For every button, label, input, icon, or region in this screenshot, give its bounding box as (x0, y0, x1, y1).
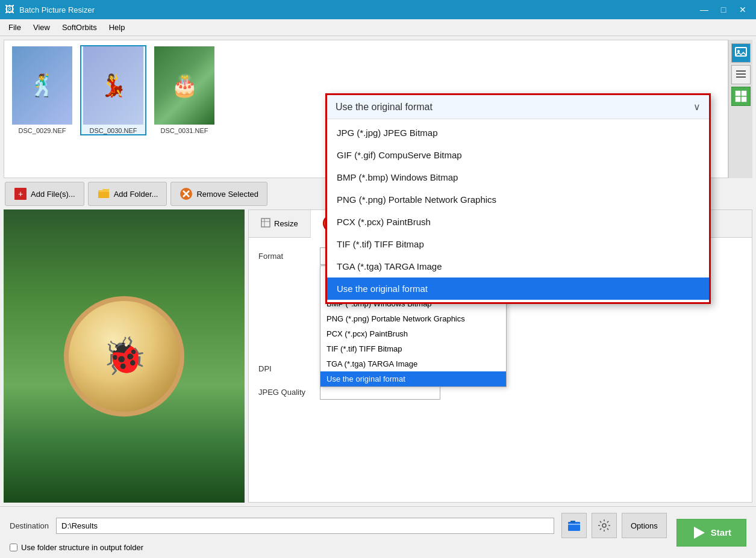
svg-marker-20 (694, 527, 705, 539)
big-option-jpg[interactable]: JPG (*.jpg) JPEG Bitmap (327, 122, 709, 144)
options-button[interactable]: Options (622, 513, 667, 538)
svg-rect-5 (736, 91, 740, 96)
settings-button[interactable] (592, 513, 617, 538)
footer: Destination (0, 506, 756, 558)
svg-rect-18 (570, 521, 575, 523)
add-folder-label: Add Folder... (114, 190, 158, 199)
svg-rect-4 (736, 76, 746, 78)
start-label: Start (711, 527, 731, 538)
big-option-tif[interactable]: TIF (*.tif) TIFF Bitmap (327, 233, 709, 255)
titlebar: 🖼 Batch Picture Resizer — □ ✕ (0, 0, 756, 19)
svg-rect-2 (736, 70, 746, 72)
close-button[interactable]: ✕ (734, 3, 751, 16)
titlebar-left: 🖼 Batch Picture Resizer (5, 4, 95, 15)
menu-view[interactable]: View (27, 20, 56, 34)
folder-structure-checkbox[interactable] (10, 544, 17, 551)
format-option-tif[interactable]: TIF (*.tif) TIFF Bitmap (320, 341, 506, 356)
remove-selected-label: Remove Selected (196, 190, 258, 199)
app-title: Batch Picture Resizer (19, 5, 95, 14)
image-thumb-1[interactable]: 🕺 DSC_0029.NEF (9, 45, 75, 135)
right-sidebar (728, 40, 752, 178)
menu-softorbits[interactable]: SoftOrbits (56, 20, 103, 34)
footer-left: Destination (10, 513, 667, 552)
cake-circle: 🐞 (64, 296, 184, 417)
footer-right: Options (561, 513, 667, 538)
thumb-label-3: DSC_0031.NEF (161, 127, 208, 134)
add-folder-button[interactable]: Add Folder... (88, 182, 167, 206)
tab-resize-label: Resize (274, 219, 298, 228)
big-option-png[interactable]: PNG (*.png) Portable Network Graphics (327, 188, 709, 211)
minimize-button[interactable]: — (696, 3, 713, 16)
menu-help[interactable]: Help (103, 20, 131, 34)
svg-point-19 (602, 524, 606, 527)
big-dropdown-list: JPG (*.jpg) JPEG Bitmap GIF (*.gif) Comp… (327, 119, 709, 302)
image-thumb-3[interactable]: 🎂 DSC_0031.NEF (151, 45, 217, 135)
app-body: 🕺 DSC_0029.NEF 💃 DSC_0030.NEF 🎂 DSC_0031… (0, 36, 756, 558)
svg-rect-7 (736, 97, 740, 102)
svg-rect-8 (742, 97, 746, 102)
tab-resize[interactable]: Resize (249, 210, 311, 237)
ladybug-icon: 🐞 (102, 335, 147, 377)
thumb-label-2: DSC_0030.NEF (90, 127, 137, 134)
thumb-img-3: 🎂 (154, 46, 214, 125)
folder-structure-label: Use folder structure in output folder (21, 543, 143, 552)
dpi-label: DPI (258, 364, 313, 373)
big-dropdown-chevron: ∨ (693, 101, 701, 113)
big-option-tga[interactable]: TGA (*.tga) TARGA Image (327, 255, 709, 277)
browse-button[interactable] (561, 513, 587, 538)
big-option-gif[interactable]: GIF (*.gif) CompuServe Bitmap (327, 144, 709, 166)
menubar: File View SoftOrbits Help (0, 19, 756, 36)
destination-input[interactable] (56, 518, 554, 534)
add-files-label: Add File(s)... (31, 190, 75, 199)
maximize-button[interactable]: □ (715, 3, 732, 16)
svg-rect-17 (568, 522, 580, 531)
format-label: Format (258, 252, 313, 261)
destination-row: Destination (10, 513, 667, 538)
svg-rect-14 (261, 219, 270, 227)
menu-file[interactable]: File (2, 20, 27, 34)
big-option-bmp[interactable]: BMP (*.bmp) Windows Bitmap (327, 166, 709, 188)
big-dropdown-overlay: Use the original format ∨ JPG (*.jpg) JP… (325, 93, 711, 304)
cake-preview-img: 🐞 (4, 209, 245, 503)
start-button[interactable]: Start (676, 519, 746, 547)
app-icon: 🖼 (5, 4, 14, 15)
preview-panel: 🐞 (4, 209, 245, 503)
thumb-label-1: DSC_0029.NEF (19, 127, 66, 134)
destination-label: Destination (10, 521, 49, 530)
add-folder-icon (97, 187, 110, 200)
format-option-original[interactable]: Use the original format (320, 371, 506, 386)
format-option-tga[interactable]: TGA (*.tga) TARGA Image (320, 356, 506, 371)
image-thumb-2[interactable]: 💃 DSC_0030.NEF (80, 45, 146, 135)
thumb-img-2: 💃 (83, 46, 143, 125)
big-option-pcx[interactable]: PCX (*.pcx) PaintBrush (327, 211, 709, 233)
big-dropdown-selected-label: Use the original format (336, 102, 433, 113)
remove-icon (180, 187, 193, 200)
format-option-png[interactable]: PNG (*.png) Portable Network Graphics (320, 311, 506, 326)
add-files-icon: + (14, 187, 27, 200)
sidebar-btn-grid[interactable] (731, 87, 751, 106)
big-option-original[interactable]: Use the original format (327, 277, 709, 300)
titlebar-controls: — □ ✕ (696, 3, 751, 16)
svg-rect-3 (736, 73, 746, 75)
svg-rect-6 (742, 91, 746, 96)
sidebar-btn-photos[interactable] (731, 43, 751, 63)
remove-selected-button[interactable]: Remove Selected (170, 182, 267, 206)
resize-icon (261, 218, 270, 229)
folder-structure-row: Use folder structure in output folder (10, 543, 667, 552)
svg-text:+: + (18, 189, 23, 199)
add-files-button[interactable]: + Add File(s)... (5, 182, 84, 206)
format-option-pcx[interactable]: PCX (*.pcx) PaintBrush (320, 326, 506, 341)
jpeg-quality-label: JPEG Quality (258, 388, 313, 397)
sidebar-btn-list[interactable] (731, 65, 751, 84)
big-dropdown-header[interactable]: Use the original format ∨ (327, 95, 709, 119)
thumb-img-1: 🕺 (12, 46, 72, 125)
